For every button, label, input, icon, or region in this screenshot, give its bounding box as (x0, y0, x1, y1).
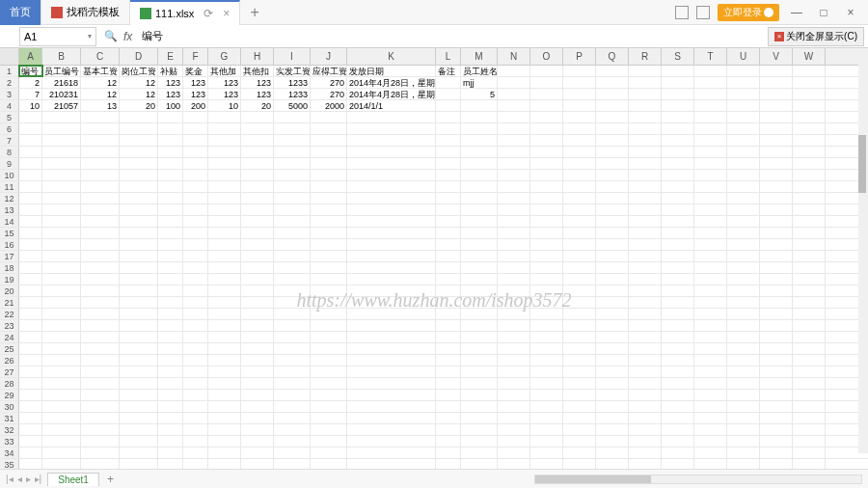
column-header-Q[interactable]: Q (596, 48, 629, 65)
cell-S18[interactable] (662, 262, 694, 273)
cell-L22[interactable] (436, 309, 461, 319)
cell-K14[interactable] (347, 216, 436, 227)
cell-R21[interactable] (629, 297, 662, 308)
cell-S2[interactable] (662, 77, 694, 88)
cell-K24[interactable] (347, 332, 436, 342)
cell-K19[interactable] (347, 274, 436, 285)
row-header[interactable]: 14 (0, 216, 19, 227)
cell-H32[interactable] (241, 424, 274, 435)
cell-T2[interactable] (694, 77, 727, 88)
cell-U32[interactable] (727, 424, 760, 435)
cell-I3[interactable]: 1233 (274, 89, 311, 99)
cell-E4[interactable]: 100 (158, 100, 183, 111)
cell-S20[interactable] (662, 285, 694, 296)
cell-A21[interactable] (19, 297, 42, 308)
cell-N27[interactable] (498, 366, 530, 377)
cell-D2[interactable]: 12 (120, 77, 158, 88)
cell-R22[interactable] (629, 309, 662, 319)
cell-T26[interactable] (694, 355, 727, 366)
cell-M19[interactable] (461, 274, 498, 285)
cell-R34[interactable] (629, 447, 662, 458)
cell-S12[interactable] (662, 193, 694, 203)
cell-T18[interactable] (694, 262, 727, 273)
cell-A19[interactable] (19, 274, 42, 285)
cell-I6[interactable] (274, 123, 311, 134)
cell-J7[interactable] (311, 135, 347, 146)
cell-R23[interactable] (629, 320, 662, 331)
cell-O20[interactable] (530, 285, 563, 296)
cell-Q30[interactable] (596, 401, 629, 412)
cell-J28[interactable] (311, 378, 347, 389)
cell-L12[interactable] (436, 193, 461, 203)
cell-S1[interactable] (662, 66, 694, 76)
cell-K25[interactable] (347, 343, 436, 354)
cell-G11[interactable] (208, 181, 241, 192)
cell-B13[interactable] (42, 204, 81, 215)
column-header-S[interactable]: S (662, 48, 694, 65)
cell-U4[interactable] (727, 100, 760, 111)
cell-G10[interactable] (208, 170, 241, 180)
cell-K18[interactable] (347, 262, 436, 273)
cell-O11[interactable] (530, 181, 563, 192)
cell-P15[interactable] (563, 228, 596, 238)
tab-file-active[interactable]: 111.xlsx ⟳ × (130, 0, 240, 25)
cell-R6[interactable] (629, 123, 662, 134)
cell-E12[interactable] (158, 193, 183, 203)
sheet-tab[interactable]: Sheet1 (47, 473, 99, 486)
cell-M33[interactable] (461, 436, 498, 447)
row-header[interactable]: 21 (0, 297, 19, 308)
cell-G32[interactable] (208, 424, 241, 435)
cell-G34[interactable] (208, 447, 241, 458)
cell-O19[interactable] (530, 274, 563, 285)
cell-G23[interactable] (208, 320, 241, 331)
cell-E9[interactable] (158, 158, 183, 169)
cell-F14[interactable] (183, 216, 208, 227)
cell-V26[interactable] (760, 355, 793, 366)
cell-F28[interactable] (183, 378, 208, 389)
cell-L6[interactable] (436, 123, 461, 134)
cell-H13[interactable] (241, 204, 274, 215)
cell-F33[interactable] (183, 436, 208, 447)
cell-V7[interactable] (760, 135, 793, 146)
cell-P29[interactable] (563, 390, 596, 400)
cell-F25[interactable] (183, 343, 208, 354)
cell-D14[interactable] (120, 216, 158, 227)
cell-E27[interactable] (158, 366, 183, 377)
cell-C5[interactable] (81, 112, 120, 122)
row-header[interactable]: 5 (0, 112, 19, 122)
cell-E26[interactable] (158, 355, 183, 366)
cell-A26[interactable] (19, 355, 42, 366)
cell-U30[interactable] (727, 401, 760, 412)
cell-K15[interactable] (347, 228, 436, 238)
cell-A15[interactable] (19, 228, 42, 238)
cell-K32[interactable] (347, 424, 436, 435)
cell-M17[interactable] (461, 251, 498, 261)
cell-P13[interactable] (563, 204, 596, 215)
cell-T8[interactable] (694, 147, 727, 157)
cell-J24[interactable] (311, 332, 347, 342)
cell-O3[interactable] (530, 89, 563, 99)
cell-I31[interactable] (274, 413, 311, 423)
column-header-D[interactable]: D (120, 48, 158, 65)
cell-D9[interactable] (120, 158, 158, 169)
cell-R27[interactable] (629, 366, 662, 377)
cell-I26[interactable] (274, 355, 311, 366)
cell-W20[interactable] (793, 285, 826, 296)
cell-Q15[interactable] (596, 228, 629, 238)
cell-S21[interactable] (662, 297, 694, 308)
cell-G15[interactable] (208, 228, 241, 238)
cell-K9[interactable] (347, 158, 436, 169)
cell-Q31[interactable] (596, 413, 629, 423)
cell-B17[interactable] (42, 251, 81, 261)
cell-F18[interactable] (183, 262, 208, 273)
cell-B32[interactable] (42, 424, 81, 435)
column-header-R[interactable]: R (629, 48, 662, 65)
cell-B12[interactable] (42, 193, 81, 203)
cell-V34[interactable] (760, 447, 793, 458)
cell-B26[interactable] (42, 355, 81, 366)
cell-A31[interactable] (19, 413, 42, 423)
vertical-scrollbar[interactable] (858, 48, 868, 453)
cell-T7[interactable] (694, 135, 727, 146)
cell-H11[interactable] (241, 181, 274, 192)
row-header[interactable]: 19 (0, 274, 19, 285)
